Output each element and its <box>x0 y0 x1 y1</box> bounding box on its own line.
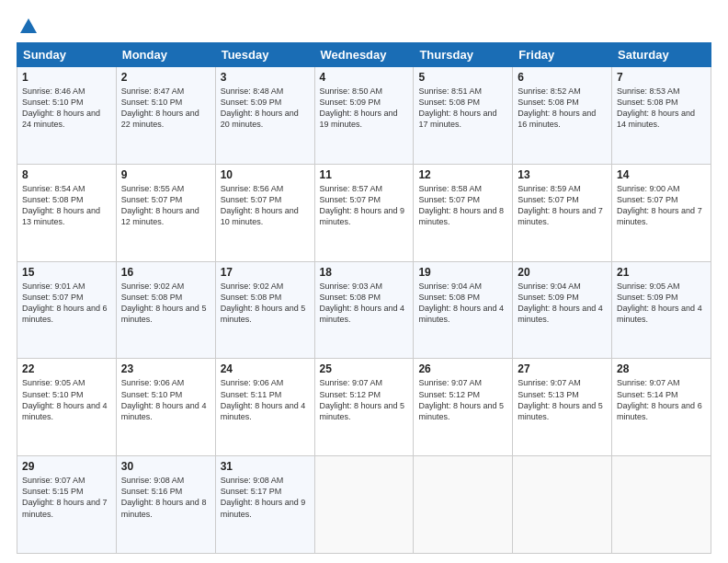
day-number: 20 <box>518 266 607 279</box>
day-info: Sunrise: 8:53 AMSunset: 5:08 PMDaylight:… <box>617 86 695 129</box>
logo-icon <box>18 17 39 37</box>
day-number: 13 <box>518 168 607 181</box>
calendar-cell <box>314 456 414 554</box>
day-info: Sunrise: 8:50 AMSunset: 5:09 PMDaylight:… <box>320 86 398 129</box>
day-info: Sunrise: 9:07 AMSunset: 5:13 PMDaylight:… <box>518 378 603 420</box>
calendar-cell: 14Sunrise: 9:00 AMSunset: 5:07 PMDayligh… <box>612 164 711 261</box>
day-info: Sunrise: 8:55 AMSunset: 5:07 PMDaylight:… <box>121 184 199 226</box>
page: SundayMondayTuesdayWednesdayThursdayFrid… <box>0 0 728 563</box>
day-number: 2 <box>121 71 210 84</box>
day-number: 24 <box>221 362 310 375</box>
weekday-header-tuesday: Tuesday <box>215 43 314 67</box>
day-info: Sunrise: 9:07 AMSunset: 5:12 PMDaylight:… <box>418 378 504 420</box>
calendar-cell: 27Sunrise: 9:07 AMSunset: 5:13 PMDayligh… <box>513 359 612 456</box>
day-info: Sunrise: 9:06 AMSunset: 5:10 PMDaylight:… <box>121 378 207 420</box>
day-number: 7 <box>617 71 706 84</box>
calendar-cell: 28Sunrise: 9:07 AMSunset: 5:14 PMDayligh… <box>612 359 711 456</box>
day-number: 21 <box>617 266 706 279</box>
day-number: 19 <box>418 266 507 279</box>
calendar-header-row: SundayMondayTuesdayWednesdayThursdayFrid… <box>17 43 711 67</box>
calendar-cell: 11Sunrise: 8:57 AMSunset: 5:07 PMDayligh… <box>314 164 414 261</box>
calendar-cell: 21Sunrise: 9:05 AMSunset: 5:09 PMDayligh… <box>612 261 711 359</box>
svg-marker-0 <box>20 18 37 33</box>
calendar-week-row: 29Sunrise: 9:07 AMSunset: 5:15 PMDayligh… <box>17 456 711 554</box>
day-number: 29 <box>22 460 111 473</box>
header <box>17 17 711 33</box>
calendar-week-row: 15Sunrise: 9:01 AMSunset: 5:07 PMDayligh… <box>17 261 711 359</box>
calendar-cell: 30Sunrise: 9:08 AMSunset: 5:16 PMDayligh… <box>116 456 215 554</box>
day-info: Sunrise: 9:08 AMSunset: 5:17 PMDaylight:… <box>221 476 306 518</box>
day-number: 1 <box>22 71 111 84</box>
day-info: Sunrise: 8:47 AMSunset: 5:10 PMDaylight:… <box>121 86 199 129</box>
day-info: Sunrise: 9:01 AMSunset: 5:07 PMDaylight:… <box>22 282 108 324</box>
day-number: 17 <box>221 266 310 279</box>
calendar-cell: 25Sunrise: 9:07 AMSunset: 5:12 PMDayligh… <box>314 359 414 456</box>
calendar-cell: 8Sunrise: 8:54 AMSunset: 5:08 PMDaylight… <box>17 164 117 261</box>
day-info: Sunrise: 8:58 AMSunset: 5:07 PMDaylight:… <box>418 184 504 226</box>
day-number: 12 <box>418 168 507 181</box>
day-number: 9 <box>121 168 210 181</box>
day-info: Sunrise: 8:51 AMSunset: 5:08 PMDaylight:… <box>418 86 496 129</box>
day-number: 26 <box>418 362 507 375</box>
day-number: 6 <box>518 71 607 84</box>
weekday-header-monday: Monday <box>116 43 215 67</box>
calendar-cell: 13Sunrise: 8:59 AMSunset: 5:07 PMDayligh… <box>513 164 612 261</box>
day-number: 11 <box>320 168 409 181</box>
day-number: 8 <box>22 168 111 181</box>
day-number: 4 <box>320 71 409 84</box>
day-info: Sunrise: 9:00 AMSunset: 5:07 PMDaylight:… <box>617 184 702 226</box>
day-info: Sunrise: 9:06 AMSunset: 5:11 PMDaylight:… <box>221 378 306 420</box>
day-info: Sunrise: 8:46 AMSunset: 5:10 PMDaylight:… <box>22 86 100 129</box>
day-number: 10 <box>221 168 310 181</box>
day-number: 25 <box>320 362 409 375</box>
day-info: Sunrise: 8:48 AMSunset: 5:09 PMDaylight:… <box>221 86 299 129</box>
calendar-cell: 31Sunrise: 9:08 AMSunset: 5:17 PMDayligh… <box>215 456 314 554</box>
day-number: 18 <box>320 266 409 279</box>
calendar-cell: 5Sunrise: 8:51 AMSunset: 5:08 PMDaylight… <box>414 67 513 165</box>
day-number: 16 <box>121 266 210 279</box>
calendar-cell <box>414 456 513 554</box>
calendar-cell: 19Sunrise: 9:04 AMSunset: 5:08 PMDayligh… <box>414 261 513 359</box>
day-number: 31 <box>221 460 310 473</box>
day-info: Sunrise: 9:03 AMSunset: 5:08 PMDaylight:… <box>320 282 405 324</box>
calendar-cell: 9Sunrise: 8:55 AMSunset: 5:07 PMDaylight… <box>116 164 215 261</box>
calendar-cell: 1Sunrise: 8:46 AMSunset: 5:10 PMDaylight… <box>17 67 117 165</box>
day-info: Sunrise: 8:56 AMSunset: 5:07 PMDaylight:… <box>221 184 299 226</box>
day-info: Sunrise: 9:07 AMSunset: 5:15 PMDaylight:… <box>22 476 108 518</box>
day-number: 23 <box>121 362 210 375</box>
day-number: 14 <box>617 168 706 181</box>
weekday-header-thursday: Thursday <box>414 43 513 67</box>
weekday-header-friday: Friday <box>513 43 612 67</box>
day-info: Sunrise: 9:07 AMSunset: 5:12 PMDaylight:… <box>320 378 405 420</box>
day-number: 27 <box>518 362 607 375</box>
calendar-cell: 16Sunrise: 9:02 AMSunset: 5:08 PMDayligh… <box>116 261 215 359</box>
day-info: Sunrise: 9:05 AMSunset: 5:09 PMDaylight:… <box>617 282 702 324</box>
calendar-cell: 3Sunrise: 8:48 AMSunset: 5:09 PMDaylight… <box>215 67 314 165</box>
day-info: Sunrise: 9:04 AMSunset: 5:08 PMDaylight:… <box>418 282 504 324</box>
calendar-cell: 7Sunrise: 8:53 AMSunset: 5:08 PMDaylight… <box>612 67 711 165</box>
calendar-cell: 20Sunrise: 9:04 AMSunset: 5:09 PMDayligh… <box>513 261 612 359</box>
calendar-cell: 12Sunrise: 8:58 AMSunset: 5:07 PMDayligh… <box>414 164 513 261</box>
calendar-cell <box>513 456 612 554</box>
day-info: Sunrise: 9:02 AMSunset: 5:08 PMDaylight:… <box>221 282 306 324</box>
day-info: Sunrise: 9:05 AMSunset: 5:10 PMDaylight:… <box>22 378 108 420</box>
logo <box>17 17 39 33</box>
calendar-cell: 24Sunrise: 9:06 AMSunset: 5:11 PMDayligh… <box>215 359 314 456</box>
calendar-cell <box>612 456 711 554</box>
calendar-week-row: 1Sunrise: 8:46 AMSunset: 5:10 PMDaylight… <box>17 67 711 165</box>
calendar-cell: 22Sunrise: 9:05 AMSunset: 5:10 PMDayligh… <box>17 359 117 456</box>
day-info: Sunrise: 9:07 AMSunset: 5:14 PMDaylight:… <box>617 378 702 420</box>
calendar-cell: 26Sunrise: 9:07 AMSunset: 5:12 PMDayligh… <box>414 359 513 456</box>
calendar-cell: 17Sunrise: 9:02 AMSunset: 5:08 PMDayligh… <box>215 261 314 359</box>
day-number: 5 <box>418 71 507 84</box>
calendar-cell: 4Sunrise: 8:50 AMSunset: 5:09 PMDaylight… <box>314 67 414 165</box>
calendar-cell: 10Sunrise: 8:56 AMSunset: 5:07 PMDayligh… <box>215 164 314 261</box>
day-info: Sunrise: 9:04 AMSunset: 5:09 PMDaylight:… <box>518 282 603 324</box>
day-number: 22 <box>22 362 111 375</box>
calendar-cell: 29Sunrise: 9:07 AMSunset: 5:15 PMDayligh… <box>17 456 117 554</box>
calendar-week-row: 8Sunrise: 8:54 AMSunset: 5:08 PMDaylight… <box>17 164 711 261</box>
day-number: 30 <box>121 460 210 473</box>
calendar-cell: 23Sunrise: 9:06 AMSunset: 5:10 PMDayligh… <box>116 359 215 456</box>
day-info: Sunrise: 8:54 AMSunset: 5:08 PMDaylight:… <box>22 184 100 226</box>
day-number: 3 <box>221 71 310 84</box>
